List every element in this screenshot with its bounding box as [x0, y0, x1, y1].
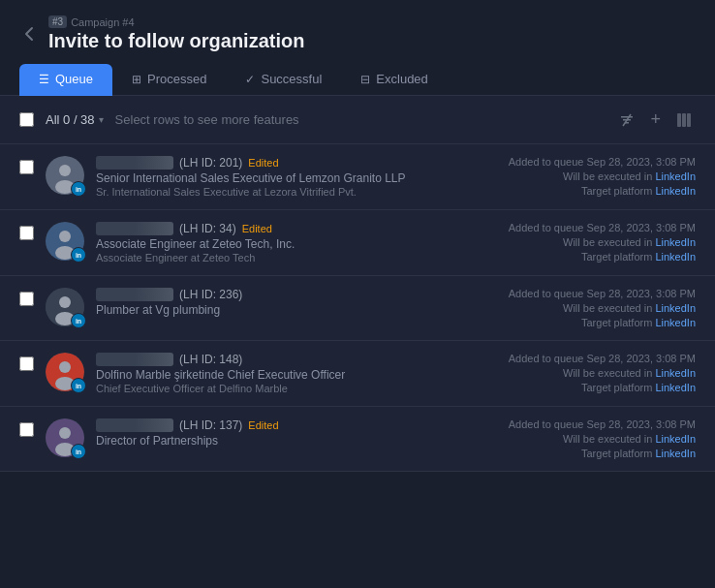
linkedin-badge: in — [71, 313, 86, 328]
person-lh-id: (LH ID: 34) — [179, 222, 236, 235]
processed-tab-icon: ⊞ — [132, 73, 141, 86]
executed-platform: LinkedIn — [655, 236, 696, 248]
meta-executed: Will be executed in LinkedIn — [482, 170, 696, 182]
person-name-row: (LH ID: 148) — [96, 353, 471, 366]
person-subtitle: Chief Executive Officer at Delfino Marbl… — [96, 383, 471, 394]
row-meta: Added to queue Sep 28, 2023, 3:08 PM Wil… — [482, 288, 696, 328]
target-platform: LinkedIn — [655, 382, 696, 393]
person-info: (LH ID: 137) Edited Director of Partners… — [96, 418, 471, 448]
select-count-label: All 0 / 38 — [46, 112, 95, 127]
linkedin-badge: in — [71, 247, 86, 263]
edited-badge: Edited — [248, 157, 278, 169]
person-title: Senior International Sales Executive of … — [96, 171, 471, 185]
person-lh-id: (LH ID: 137) — [179, 418, 242, 432]
select-all-checkbox[interactable] — [19, 112, 34, 127]
row-meta: Added to queue Sep 28, 2023, 3:08 PM Wil… — [482, 156, 696, 197]
person-name-blurred — [96, 418, 173, 432]
table-body: in (LH ID: 201) Edited Senior Internatio… — [0, 144, 715, 472]
tab-processed[interactable]: ⊞ Processed — [112, 64, 226, 96]
avatar-wrap: in — [46, 353, 84, 391]
tab-queue[interactable]: ☰ Queue — [19, 64, 112, 96]
person-name-row: (LH ID: 137) Edited — [96, 418, 471, 432]
svg-rect-1 — [677, 113, 681, 127]
tab-excluded[interactable]: ⊟ Excluded — [341, 64, 447, 96]
person-name-blurred — [96, 156, 173, 170]
tab-queue-label: Queue — [55, 72, 93, 86]
toolbar: All 0 / 38 ▾ Select rows to see more fea… — [0, 96, 715, 144]
toolbar-actions: + — [615, 106, 696, 134]
meta-added: Added to queue Sep 28, 2023, 3:08 PM — [482, 156, 696, 168]
tab-processed-label: Processed — [147, 72, 206, 86]
row-meta: Added to queue Sep 28, 2023, 3:08 PM Wil… — [482, 222, 696, 263]
person-info: (LH ID: 201) Edited Senior International… — [96, 156, 471, 198]
select-count[interactable]: All 0 / 38 ▾ — [46, 112, 104, 127]
person-name-row: (LH ID: 201) Edited — [96, 156, 471, 170]
edited-badge: Edited — [248, 419, 278, 431]
target-platform: LinkedIn — [655, 185, 696, 197]
target-platform: LinkedIn — [655, 317, 696, 328]
excluded-tab-icon: ⊟ — [360, 73, 370, 86]
row-checkbox[interactable] — [19, 356, 34, 371]
svg-rect-2 — [682, 113, 686, 127]
table-row: in (LH ID: 137) Edited Director of Partn… — [0, 407, 715, 472]
edited-badge: Edited — [242, 223, 272, 234]
row-checkbox[interactable] — [19, 422, 34, 437]
meta-executed: Will be executed in LinkedIn — [482, 302, 696, 314]
table-row: in (LH ID: 236) Plumber at Vg plumbing A… — [0, 276, 715, 341]
meta-target: Target platform LinkedIn — [482, 251, 696, 263]
avatar-wrap: in — [46, 418, 84, 457]
step-badge: #3 — [48, 15, 67, 28]
executed-platform: LinkedIn — [655, 170, 696, 182]
person-name-row: (LH ID: 236) — [96, 288, 471, 301]
linkedin-badge: in — [71, 181, 86, 197]
svg-point-5 — [59, 165, 71, 176]
row-meta: Added to queue Sep 28, 2023, 3:08 PM Wil… — [482, 353, 696, 393]
person-name-blurred — [96, 222, 173, 235]
queue-tab-icon: ☰ — [39, 73, 49, 86]
columns-button[interactable] — [672, 108, 696, 132]
person-name-row: (LH ID: 34) Edited — [96, 222, 471, 235]
executed-platform: LinkedIn — [655, 367, 696, 379]
hide-columns-button[interactable] — [615, 108, 638, 132]
target-platform: LinkedIn — [655, 448, 696, 459]
row-checkbox[interactable] — [19, 160, 34, 174]
person-subtitle: Sr. International Sales Executive at Lez… — [96, 186, 471, 198]
person-lh-id: (LH ID: 148) — [179, 353, 242, 366]
meta-target: Target platform LinkedIn — [482, 448, 696, 459]
tabs-bar: ☰ Queue ⊞ Processed ✓ Successful ⊟ Exclu… — [0, 64, 715, 96]
person-info: (LH ID: 148) Dolfino Marble şirketinde C… — [96, 353, 471, 394]
successful-tab-icon: ✓ — [245, 73, 255, 86]
person-name-blurred — [96, 288, 173, 301]
tab-successful[interactable]: ✓ Successful — [226, 64, 341, 96]
person-lh-id: (LH ID: 236) — [179, 288, 242, 301]
meta-added: Added to queue Sep 28, 2023, 3:08 PM — [482, 288, 696, 299]
campaign-label: #3 Campaign #4 — [48, 15, 304, 28]
row-checkbox[interactable] — [19, 226, 34, 240]
linkedin-badge: in — [71, 444, 86, 459]
executed-platform: LinkedIn — [655, 302, 696, 314]
select-hint: Select rows to see more features — [115, 112, 605, 127]
tab-successful-label: Successful — [261, 72, 322, 86]
page-header: #3 Campaign #4 Invite to follow organiza… — [0, 0, 715, 60]
table-row: in (LH ID: 201) Edited Senior Internatio… — [0, 144, 715, 210]
person-info: (LH ID: 236) Plumber at Vg plumbing — [96, 288, 471, 317]
person-title: Dolfino Marble şirketinde Chief Executiv… — [96, 368, 471, 382]
person-title: Director of Partnerships — [96, 434, 471, 448]
avatar-wrap: in — [46, 288, 84, 326]
meta-target: Target platform LinkedIn — [482, 317, 696, 328]
svg-point-8 — [59, 231, 71, 242]
page-title: Invite to follow organization — [48, 30, 304, 52]
svg-point-17 — [59, 427, 71, 439]
avatar-wrap: in — [46, 222, 84, 261]
linkedin-badge: in — [71, 378, 86, 393]
add-button[interactable]: + — [646, 106, 665, 134]
avatar-wrap: in — [46, 156, 84, 195]
row-checkbox[interactable] — [19, 292, 34, 306]
meta-executed: Will be executed in LinkedIn — [482, 367, 696, 379]
person-info: (LH ID: 34) Edited Associate Engineer at… — [96, 222, 471, 263]
meta-executed: Will be executed in LinkedIn — [482, 433, 696, 445]
meta-added: Added to queue Sep 28, 2023, 3:08 PM — [482, 353, 696, 364]
back-button[interactable] — [19, 24, 39, 44]
chevron-down-icon: ▾ — [99, 114, 104, 125]
person-subtitle: Associate Engineer at Zeteo Tech — [96, 252, 471, 263]
